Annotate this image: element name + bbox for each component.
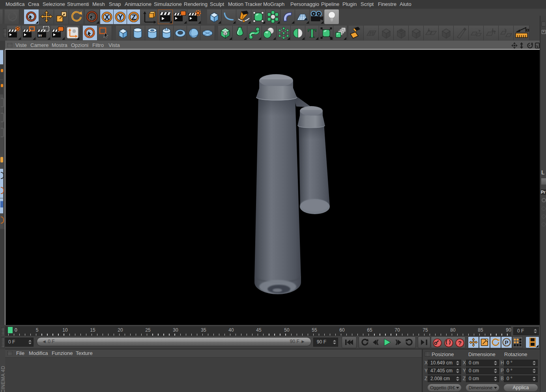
svg-text:Z: Z	[131, 13, 136, 21]
svg-text:irr: irr	[38, 33, 42, 37]
svg-text:T: T	[308, 26, 316, 40]
svg-text:?: ?	[458, 340, 462, 346]
svg-text:P: P	[505, 340, 508, 345]
svg-text:α: α	[526, 27, 529, 33]
svg-text:X: X	[105, 13, 109, 21]
svg-text:Y: Y	[118, 13, 123, 21]
